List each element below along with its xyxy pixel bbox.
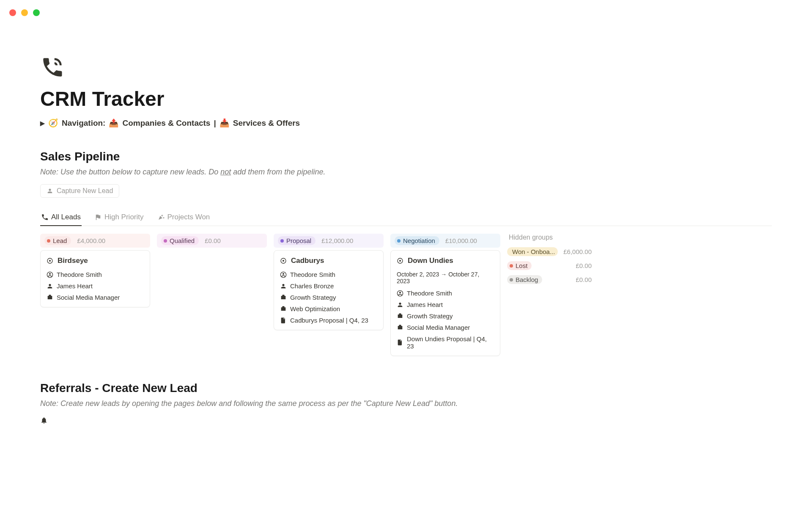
card-cadburys[interactable]: Cadburys Theodore Smith Charles Bronze G…	[274, 250, 384, 330]
hidden-groups-title: Hidden groups	[507, 234, 592, 241]
column-amount: £0.00	[205, 237, 221, 244]
tab-projects-won[interactable]: Projects Won	[156, 210, 211, 226]
nav-link-companies[interactable]: Companies & Contacts	[122, 119, 210, 128]
user-circle-icon	[280, 271, 287, 278]
briefcase-icon	[397, 313, 403, 320]
stage-tag-negotiation: Negotiation	[395, 236, 439, 245]
briefcase-icon	[397, 324, 403, 331]
svg-point-3	[49, 273, 51, 275]
target-icon	[280, 257, 287, 264]
target-icon	[397, 257, 403, 264]
nav-link-services[interactable]: Services & Offers	[233, 119, 300, 128]
nav-label: Navigation:	[62, 119, 105, 128]
capture-btn-label: Capture New Lead	[57, 187, 113, 195]
column-header-proposal[interactable]: Proposal £12,000.00	[274, 234, 384, 248]
svg-point-1	[49, 260, 51, 262]
column-lead: Lead £4,000.00 Birdseye Theodore Smith J…	[40, 234, 150, 356]
card-service: Growth Strategy	[407, 312, 453, 320]
inbox-icon: 📥	[219, 118, 230, 128]
card-down-undies[interactable]: Down Undies October 2, 2023 → October 27…	[390, 250, 500, 356]
briefcase-icon	[280, 306, 287, 312]
tab-label: High Priority	[104, 213, 144, 221]
column-header-negotiation[interactable]: Negotiation £10,000.00	[390, 234, 500, 248]
column-proposal: Proposal £12,000.00 Cadburys Theodore Sm…	[274, 234, 384, 356]
stage-tag-qualified: Qualified	[161, 236, 199, 245]
column-amount: £12,000.00	[321, 237, 353, 244]
stage-tag-lead: Lead	[44, 236, 71, 245]
card-title-text: Cadburys	[291, 257, 324, 265]
maximize-window-button[interactable]	[33, 9, 40, 16]
hidden-groups: Hidden groups Won - Onboa... £6,000.00 L…	[507, 234, 592, 356]
nav-separator: |	[214, 119, 216, 128]
stage-tag-proposal: Proposal	[278, 236, 315, 245]
compass-icon: 🧭	[48, 118, 58, 128]
card-owner: James Heart	[407, 301, 443, 308]
hidden-group-lost[interactable]: Lost £0.00	[507, 261, 592, 270]
window-traffic-lights	[9, 9, 40, 16]
card-contact: Charles Bronze	[290, 282, 334, 290]
column-amount: £4,000.00	[77, 237, 105, 244]
card-contact: Theodore Smith	[57, 271, 102, 278]
outbox-icon: 📤	[109, 118, 119, 128]
person-icon	[47, 283, 53, 290]
card-service: Web Optimization	[290, 305, 340, 312]
card-date-range: October 2, 2023 → October 27, 2023	[397, 271, 494, 284]
section-title-referrals: Referrals - Create New Lead	[40, 381, 772, 395]
flag-icon	[94, 213, 102, 221]
view-tabs: All Leads High Priority Projects Won	[40, 210, 772, 226]
card-title-text: Down Undies	[408, 257, 453, 265]
document-icon	[397, 339, 403, 346]
card-service: Growth Strategy	[290, 294, 336, 301]
person-icon	[280, 283, 287, 290]
section-title-pipeline: Sales Pipeline	[40, 150, 772, 163]
card-contact: Theodore Smith	[290, 271, 335, 278]
svg-point-5	[283, 260, 284, 262]
svg-point-9	[399, 260, 401, 262]
person-add-icon	[47, 188, 53, 194]
kanban-board: Lead £4,000.00 Birdseye Theodore Smith J…	[40, 234, 772, 356]
tab-high-priority[interactable]: High Priority	[93, 210, 145, 226]
card-service: Social Media Manager	[407, 324, 470, 331]
confetti-icon	[157, 213, 165, 221]
pipeline-note: Note: Use the button below to capture ne…	[40, 168, 772, 177]
column-qualified: Qualified £0.00	[157, 234, 267, 356]
target-icon	[47, 257, 53, 264]
svg-point-7	[283, 273, 284, 275]
hidden-group-won[interactable]: Won - Onboa... £6,000.00	[507, 247, 592, 256]
card-owner: James Heart	[57, 282, 93, 290]
tab-label: Projects Won	[167, 213, 210, 221]
navigation-toggle[interactable]: ▶ 🧭 Navigation: 📤 Companies & Contacts |…	[40, 118, 772, 128]
referrals-note: Note: Create new leads by opening the pa…	[40, 399, 772, 408]
tab-all-leads[interactable]: All Leads	[40, 210, 82, 226]
phone-icon	[41, 213, 49, 221]
user-circle-icon	[397, 290, 403, 297]
minimize-window-button[interactable]	[21, 9, 28, 16]
user-circle-icon	[47, 271, 53, 278]
card-title-text: Birdseye	[58, 257, 88, 265]
card-document: Down Undies Proposal | Q4, 23	[407, 335, 494, 350]
column-amount: £10,000.00	[445, 237, 477, 244]
card-birdseye[interactable]: Birdseye Theodore Smith James Heart Soci…	[40, 250, 150, 307]
capture-new-lead-button[interactable]: Capture New Lead	[40, 184, 119, 198]
bell-icon[interactable]	[40, 417, 772, 426]
briefcase-icon	[280, 294, 287, 301]
svg-point-11	[399, 292, 401, 293]
hidden-group-backlog[interactable]: Backlog £0.00	[507, 275, 592, 284]
page-title: CRM Tracker	[40, 87, 772, 110]
tab-label: All Leads	[51, 213, 81, 221]
column-header-lead[interactable]: Lead £4,000.00	[40, 234, 150, 248]
card-service: Social Media Manager	[57, 294, 120, 301]
toggle-arrow-icon: ▶	[40, 120, 45, 127]
person-icon	[397, 301, 403, 308]
close-window-button[interactable]	[9, 9, 16, 16]
briefcase-icon	[47, 294, 53, 301]
card-contact: Theodore Smith	[407, 290, 452, 297]
page-icon-phone[interactable]	[40, 55, 65, 80]
column-header-qualified[interactable]: Qualified £0.00	[157, 234, 267, 248]
card-document: Cadburys Proposal | Q4, 23	[290, 317, 368, 324]
column-negotiation: Negotiation £10,000.00 Down Undies Octob…	[390, 234, 500, 356]
document-icon	[280, 317, 287, 324]
